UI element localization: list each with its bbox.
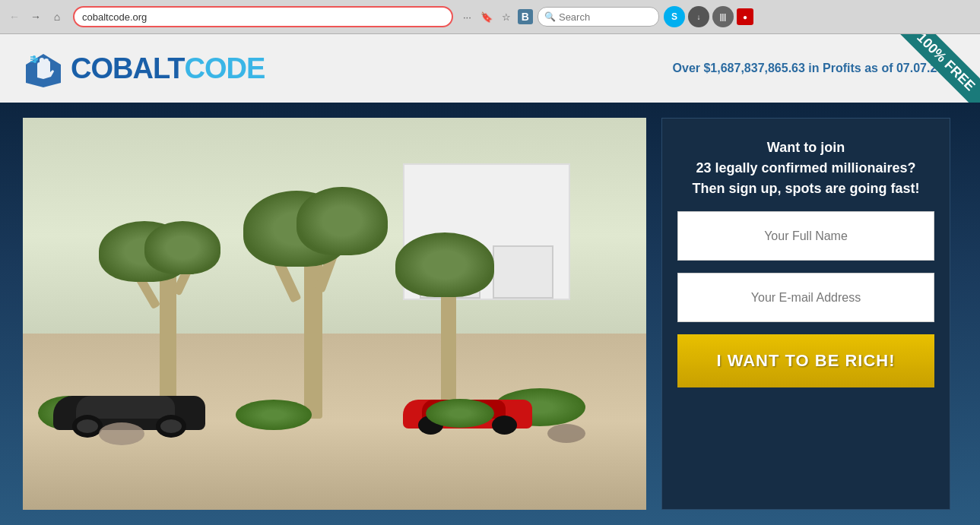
reader-icon[interactable]: B: [518, 9, 533, 24]
search-input[interactable]: [559, 11, 652, 23]
full-name-input[interactable]: [677, 211, 934, 261]
site-header: COBALTCODE Over $1,687,837,865.63 in Pro…: [0, 34, 980, 103]
svg-point-6: [33, 60, 36, 63]
signup-button[interactable]: I WANT TO BE RICH!: [677, 334, 934, 387]
logo-code: CODE: [185, 52, 265, 84]
record-icon-btn[interactable]: ●: [737, 8, 753, 25]
foliage-2b: [297, 187, 388, 255]
skype-icon-btn[interactable]: S: [664, 6, 685, 27]
ribbon: 100% FREE: [881, 34, 980, 103]
signup-headline: Want to join 23 legally confirmed millio…: [677, 138, 934, 199]
more-icon[interactable]: ···: [461, 10, 474, 24]
address-bar[interactable]: [82, 11, 444, 23]
rock-1: [99, 422, 144, 445]
logo-area: COBALTCODE: [23, 48, 265, 90]
bush-center: [236, 400, 312, 430]
browser-chrome: ← → ⌂ ··· 🔖 ☆ B 🔍 S ↓ ||| ●: [0, 0, 980, 34]
library-icon-btn[interactable]: |||: [712, 6, 734, 27]
home-button[interactable]: ⌂: [49, 8, 65, 25]
logo-cobalt: COBALT: [71, 52, 185, 84]
video-area[interactable]: [23, 118, 646, 510]
foliage-1b: [144, 221, 220, 274]
download-icon-btn[interactable]: ↓: [688, 6, 709, 27]
ribbon-text: 100% FREE: [894, 34, 980, 103]
rock-2: [547, 424, 585, 443]
search-box-container: 🔍: [538, 7, 659, 27]
address-bar-container: [73, 6, 453, 27]
back-button[interactable]: ←: [6, 8, 23, 25]
foliage-3: [395, 232, 494, 297]
main-content: Want to join 23 legally confirmed millio…: [0, 103, 980, 525]
logo-icon: [23, 48, 65, 90]
email-input[interactable]: [677, 273, 934, 322]
svg-point-5: [33, 55, 36, 59]
forward-button[interactable]: →: [27, 8, 44, 25]
bush-center-right: [426, 399, 494, 428]
star-icon[interactable]: ☆: [500, 10, 513, 24]
logo-text: COBALTCODE: [71, 52, 265, 85]
bookmark-save-icon[interactable]: 🔖: [478, 10, 495, 24]
site-wrapper: COBALTCODE Over $1,687,837,865.63 in Pro…: [0, 34, 980, 525]
scene: [23, 118, 646, 510]
browser-tools: ··· 🔖 ☆ B: [461, 9, 533, 24]
signup-box: Want to join 23 legally confirmed millio…: [661, 118, 950, 510]
browser-icons: S ↓ ||| ●: [664, 6, 753, 27]
search-icon: 🔍: [544, 11, 556, 22]
